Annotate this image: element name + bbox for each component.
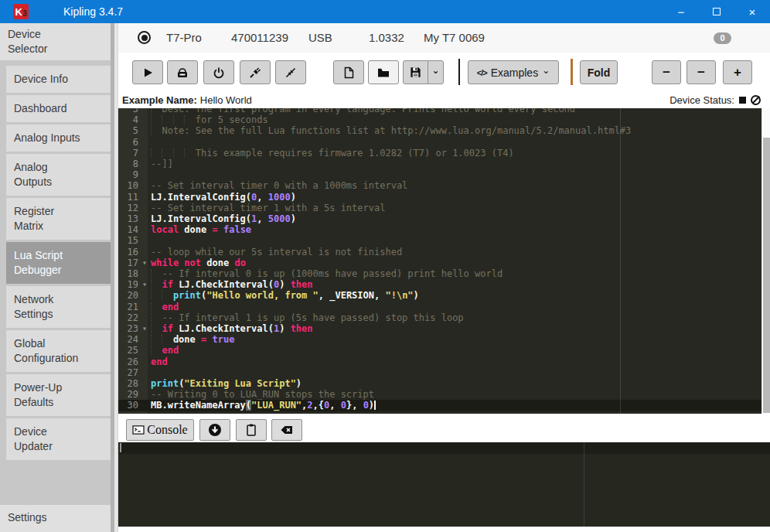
line-number: 25 [128,345,138,356]
sidebar-item-settings[interactable]: Settings [0,505,111,532]
sidebar-item-register-matrix[interactable]: RegisterMatrix [6,198,111,240]
sidebar-item-label: Matrix [14,219,103,234]
disconnect-button[interactable] [240,60,271,84]
run-script-button[interactable] [132,60,163,84]
device-serial: 470011239 [231,31,288,44]
device-status: Device Status: [669,94,761,106]
device-radio-selected[interactable] [138,31,151,44]
kipling-window: K3 Kipling 3.4.7 − × Device Selector Dev… [0,0,770,532]
fold-button[interactable]: Fold [580,60,618,84]
sidebar-item-label: Configuration [14,351,103,366]
backspace-icon [280,424,294,436]
sidebar-item-label: Updater [14,439,103,454]
console-text-cursor [120,443,121,452]
disabled-status-icon [751,95,761,105]
fold-arrow-icon[interactable]: ▾ [142,323,147,334]
error-count-badge: 0 [714,32,731,44]
sidebar-item-label: Outputs [14,175,103,189]
sidebar-item-label: Device Info [14,72,103,87]
new-script-button[interactable] [333,60,364,84]
open-script-button[interactable] [368,60,399,84]
line-number: 11 [128,192,138,203]
line-number: 28 [128,378,138,389]
sidebar-item-label: Selector [8,42,103,56]
sidebar-item-power-up-defaults[interactable]: Power-UpDefaults [6,374,111,416]
editor-scrollbar[interactable] [761,108,770,414]
console-toggle-button[interactable]: Console [126,419,194,441]
save-options-chevron[interactable]: ⌄ [428,60,444,84]
fold-arrow-icon[interactable]: ▾ [142,257,147,268]
minimize-button[interactable]: − [663,0,699,23]
sidebar-item-global-configuration[interactable]: GlobalConfiguration [6,330,111,372]
minus-button-2[interactable]: − [687,60,716,84]
console-active-line [118,442,770,454]
line-number: 29 [128,389,138,400]
chevron-down-icon: ⌄ [542,65,550,76]
code-line: LJ.IntervalConfig(1, 5000) [151,213,761,224]
flash-drive-icon [175,66,189,80]
code-editor[interactable]: Desc: The first program in every languag… [118,108,761,414]
sidebar-item-analog-inputs[interactable]: Analog Inputs [6,124,111,152]
maximize-button[interactable] [699,0,734,23]
power-button[interactable] [203,60,234,84]
code-line: -- loop while our 5s interval is not fin… [151,247,761,257]
code-line [151,367,761,378]
sidebar-item-lua-script-debugger[interactable]: Lua ScriptDebugger [6,242,111,284]
save-to-flash-button[interactable] [167,60,198,84]
code-line: LJ.IntervalConfig(0, 1000) [151,192,761,203]
example-name-label: Example Name: [122,94,197,106]
play-icon [141,66,155,80]
sidebar-item-label: Power-Up [14,380,103,395]
line-number: 27 [128,367,138,378]
console-output[interactable] [118,442,770,527]
stop-status-icon [739,97,746,104]
sidebar-item-device-updater[interactable]: DeviceUpdater [6,418,111,460]
line-number: 16 [128,247,138,257]
sidebar-item-label: Network [14,292,103,307]
terminal-icon [132,425,145,435]
line-number: 30 [128,400,138,411]
close-button[interactable]: × [734,0,770,23]
device-name: My T7 0069 [424,31,485,44]
plus-button[interactable]: + [723,60,752,84]
copy-console-button[interactable] [236,419,267,441]
sidebar-item-label: Debugger [14,263,103,278]
examples-dropdown[interactable]: </> Examples ⌄ [468,60,559,84]
device-row[interactable]: T7-Pro 470011239 USB 1.0332 My T7 0069 0 [118,23,770,53]
code-line: print("Hello world, from ", _VERSION, "!… [151,290,761,301]
console-button-label: Console [147,423,187,437]
sidebar-item-label: Analog Inputs [14,131,103,145]
sidebar-items: Device InfoDashboardAnalog InputsAnalogO… [6,66,111,462]
sidebar-item-network-settings[interactable]: NetworkSettings [6,286,111,328]
minus-button-1[interactable]: − [652,60,681,84]
line-number: 7 [133,148,138,159]
line-number: 22 [128,312,138,323]
sidebar-item-label: Global [14,336,103,351]
console-print-margin-ruler [584,442,584,527]
code-line: -- Set interval timer 0 with a 1000ms in… [151,180,761,191]
fold-arrow-icon[interactable]: ▾ [142,279,147,290]
sidebar-item-device-selector[interactable]: Device Selector [0,23,111,60]
save-script-button[interactable] [403,60,428,84]
open-folder-icon [376,66,390,80]
example-name-row: Example Name: Hello World Device Status: [118,91,770,108]
code-line [151,235,761,246]
code-line: Desc: The first program in every languag… [151,108,761,114]
sidebar-item-dashboard[interactable]: Dashboard [6,95,111,122]
sidebar-item-label: Settings [14,307,103,322]
scroll-to-bottom-button[interactable] [199,419,230,441]
sidebar-item-analog-outputs[interactable]: AnalogOutputs [6,154,111,196]
line-number: 17 [128,257,138,268]
line-number: 18 [128,268,138,279]
line-number: 3 [133,108,138,114]
clear-console-button[interactable] [271,419,302,441]
new-file-icon [342,66,356,80]
code-line: MB.writeNameArray("LUA_RUN",2,{0, 0}, 0) [148,400,761,411]
collapse-editor-button[interactable] [275,60,306,84]
code-line: -- If interval 0 is up (1000ms have pass… [151,268,761,279]
line-number: 15 [128,235,138,246]
scrollbar-thumb[interactable] [763,138,770,413]
examples-label: Examples [491,66,538,79]
sidebar-item-device-info[interactable]: Device Info [6,66,111,93]
code-line: local done = false [151,224,761,235]
